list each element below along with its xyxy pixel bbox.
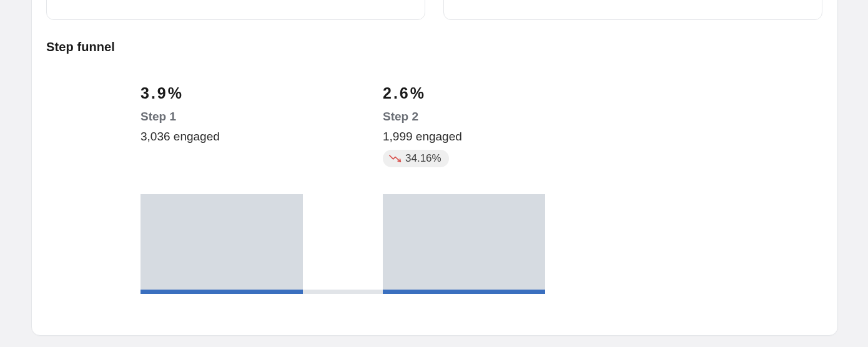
- funnel-step-2-label: Step 2: [383, 110, 545, 124]
- upper-card-right: [443, 0, 822, 20]
- funnel-step-2-drop-pill: 34.16%: [383, 150, 449, 167]
- funnel-step-2-engaged: 1,999 engaged: [383, 130, 545, 144]
- funnel-bar-2-engaged: [383, 290, 545, 294]
- funnel-step-1-percentage: 3.9%: [141, 84, 303, 102]
- funnel-step-1: 3.9% Step 1 3,036 engaged: [141, 84, 303, 150]
- funnel-step-2: 2.6% Step 2 1,999 engaged 34.16%: [383, 84, 545, 167]
- funnel-step-2-drop-value: 34.16%: [405, 152, 441, 165]
- funnel-step-1-engaged: 3,036 engaged: [141, 130, 303, 144]
- funnel-bars: [141, 194, 546, 294]
- upper-card-left: [46, 0, 425, 20]
- funnel-bar-1-engaged: [141, 290, 303, 294]
- funnel-chart: 3.9% Step 1 3,036 engaged 2.6% Step 2 1,…: [141, 84, 546, 296]
- funnel-connector: [303, 290, 383, 294]
- funnel-step-1-label: Step 1: [141, 110, 303, 124]
- funnel-step-2-percentage: 2.6%: [383, 84, 545, 102]
- funnel-bar-2-total: [383, 194, 545, 294]
- trend-down-icon: [389, 154, 402, 163]
- funnel-bar-1-total: [141, 194, 303, 294]
- section-title-step-funnel: Step funnel: [46, 40, 115, 54]
